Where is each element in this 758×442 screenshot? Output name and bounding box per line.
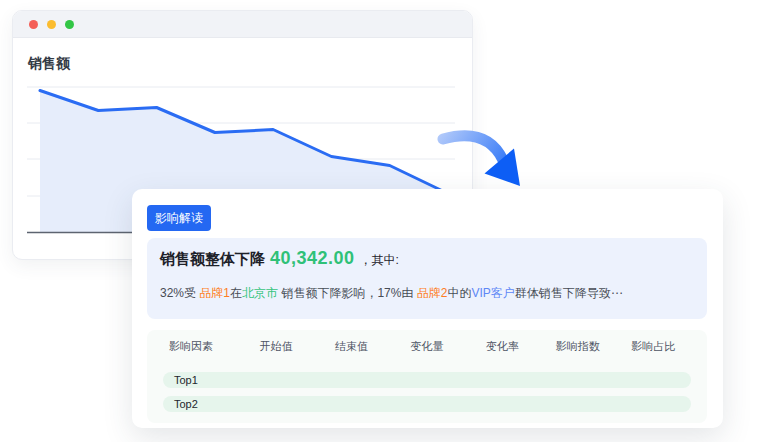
window-minimize-icon[interactable] — [47, 20, 56, 29]
detail-segment: 中的 — [447, 286, 471, 300]
detail-segment-city: 北京市 — [242, 286, 278, 300]
summary-suffix: ，其中: — [360, 252, 399, 269]
impact-analysis-badge[interactable]: 影响解读 — [147, 205, 211, 231]
detail-segment: 32%受 — [160, 286, 199, 300]
window-titlebar — [13, 11, 472, 38]
summary-headline: 销售额整体下降 40,342.00 ，其中: — [160, 248, 399, 269]
table-row: Top2 — [163, 396, 691, 412]
summary-value: 40,342.00 — [270, 248, 355, 269]
table-header-cell: 变化量 — [389, 339, 464, 354]
impact-table-header: 影响因素 开始值 结束值 变化量 变化率 影响指数 影响占比 — [163, 339, 691, 354]
insight-card: 影响解读 销售额整体下降 40,342.00 ，其中: 32%受 品牌1在北京市… — [132, 189, 723, 428]
table-header-cell: 结束值 — [314, 339, 389, 354]
summary-detail: 32%受 品牌1在北京市 销售额下降影响，17%由 品牌2中的VIP客户群体销售… — [160, 285, 623, 302]
table-header-cell: 影响占比 — [616, 339, 691, 354]
detail-segment: 群体销售下降导致⋯ — [515, 286, 623, 300]
impact-table: 影响因素 开始值 结束值 变化量 变化率 影响指数 影响占比 Top1 Top2 — [147, 330, 707, 423]
window-maximize-icon[interactable] — [65, 20, 74, 29]
detail-segment: 在 — [230, 286, 242, 300]
detail-segment: 销售额下降影响，17%由 — [278, 286, 417, 300]
window-close-icon[interactable] — [29, 20, 38, 29]
chart-title: 销售额 — [28, 55, 70, 73]
detail-segment-brand1: 品牌1 — [199, 286, 230, 300]
summary-panel: 销售额整体下降 40,342.00 ，其中: 32%受 品牌1在北京市 销售额下… — [147, 238, 707, 319]
table-header-cell: 影响因素 — [163, 339, 238, 354]
detail-segment-brand2: 品牌2 — [417, 286, 448, 300]
page-canvas: 销售额 影响解读 销售额整体下降 40,342.00 ，其中: 32%受 品牌1… — [0, 0, 758, 442]
table-header-cell: 影响指数 — [540, 339, 615, 354]
table-header-cell: 开始值 — [238, 339, 313, 354]
table-header-cell: 变化率 — [465, 339, 540, 354]
detail-segment-vip: VIP客户 — [471, 286, 514, 300]
summary-prefix: 销售额整体下降 — [160, 250, 265, 269]
table-row: Top1 — [163, 372, 691, 388]
